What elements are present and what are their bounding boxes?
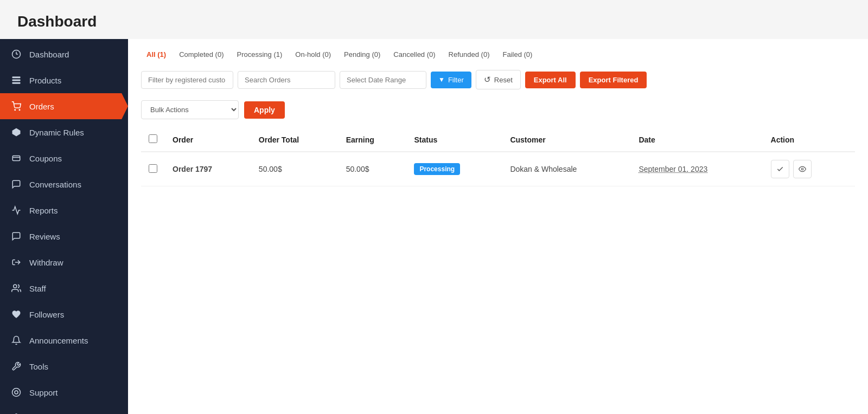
sidebar-item-orders[interactable]: Orders: [0, 93, 128, 119]
select-all-checkbox[interactable]: [149, 134, 157, 143]
sidebar-item-label-reports: Reports: [29, 206, 58, 215]
sidebar-item-dynamic-rules[interactable]: Dynamic Rules: [0, 119, 128, 145]
page-title: Dashboard: [0, 0, 868, 39]
sidebar-item-announcements[interactable]: Announcements: [0, 327, 128, 353]
svg-rect-9: [12, 156, 20, 161]
sidebar-item-settings[interactable]: Settings ▶: [0, 405, 128, 414]
sidebar-item-label-tools: Tools: [29, 362, 48, 371]
table-header-status: Status: [406, 128, 502, 152]
sidebar-item-label-conversations: Conversations: [29, 180, 81, 189]
status-badge: Processing: [414, 163, 460, 175]
sidebar-item-label-coupons: Coupons: [29, 154, 62, 163]
row-earning: 50.00$: [339, 152, 407, 186]
sidebar-item-label-withdraw: Withdraw: [29, 258, 63, 267]
date-range-input[interactable]: [340, 71, 426, 89]
svg-point-12: [12, 389, 21, 397]
coupons-icon: [11, 153, 22, 164]
orders-icon: [11, 101, 22, 112]
svg-point-13: [15, 391, 18, 394]
table-header-checkbox: [141, 128, 165, 152]
main-content: All (1)Completed (0)Processing (1)On-hol…: [128, 39, 868, 414]
sidebar-item-label-dynamic-rules: Dynamic Rules: [29, 128, 84, 137]
sidebar: Dashboard Products Orders Dynamic Rules …: [0, 39, 128, 414]
support-icon: [11, 387, 22, 398]
svg-point-6: [15, 109, 16, 111]
table-header-customer: Customer: [502, 128, 631, 152]
apply-button[interactable]: Apply: [244, 101, 285, 119]
conversations-icon: [11, 179, 22, 190]
sidebar-item-label-reviews: Reviews: [29, 232, 60, 241]
table-header: OrderOrder TotalEarningStatusCustomerDat…: [141, 128, 855, 152]
status-tab-completed[interactable]: Completed (0): [174, 48, 229, 61]
table-header-date: Date: [631, 128, 763, 152]
view-action-button[interactable]: [793, 160, 812, 178]
reset-button[interactable]: ↺ Reset: [476, 70, 521, 89]
filter-icon: ▼: [438, 76, 445, 83]
reviews-icon: [11, 231, 22, 242]
filter-row: ▼ Filter ↺ Reset Export All Export Filte…: [141, 70, 855, 89]
status-tab-processing[interactable]: Processing (1): [232, 48, 288, 61]
status-tab-on-hold[interactable]: On-hold (0): [290, 48, 336, 61]
dashboard-icon: [11, 49, 22, 60]
row-checkbox-cell: [141, 152, 165, 186]
reports-icon: [11, 205, 22, 216]
svg-rect-5: [12, 82, 21, 84]
followers-icon: [11, 309, 22, 320]
dynamic-rules-icon: [11, 127, 22, 138]
staff-icon: [11, 283, 22, 294]
row-date-text: September 01, 2023: [639, 165, 707, 173]
approve-action-button[interactable]: [771, 160, 789, 178]
bulk-actions-row: Bulk Actions Apply: [141, 100, 855, 119]
announcements-icon: [11, 335, 22, 346]
status-tabs: All (1)Completed (0)Processing (1)On-hol…: [141, 48, 855, 61]
filter-button-label: Filter: [448, 76, 464, 84]
sidebar-item-withdraw[interactable]: Withdraw: [0, 249, 128, 275]
row-order-id: Order 1797: [165, 152, 251, 186]
sidebar-item-label-support: Support: [29, 388, 58, 397]
sidebar-item-tools[interactable]: Tools: [0, 353, 128, 379]
check-icon: [776, 165, 784, 173]
products-icon: [11, 75, 22, 86]
sidebar-item-products[interactable]: Products: [0, 67, 128, 93]
status-tab-refunded[interactable]: Refunded (0): [443, 48, 495, 61]
row-status: Processing: [406, 152, 502, 186]
row-date: September 01, 2023: [631, 152, 763, 186]
sidebar-item-reviews[interactable]: Reviews: [0, 223, 128, 249]
svg-marker-8: [12, 128, 21, 137]
sidebar-item-label-followers: Followers: [29, 310, 64, 319]
filter-button[interactable]: ▼ Filter: [431, 72, 471, 88]
orders-table: OrderOrder TotalEarningStatusCustomerDat…: [141, 128, 855, 186]
withdraw-icon: [11, 257, 22, 268]
reset-icon: ↺: [484, 75, 491, 85]
customer-filter-input[interactable]: [141, 71, 233, 89]
table-header-row: OrderOrder TotalEarningStatusCustomerDat…: [141, 128, 855, 152]
status-tab-all[interactable]: All (1): [141, 48, 171, 61]
row-actions: [763, 152, 855, 186]
sidebar-item-coupons[interactable]: Coupons: [0, 145, 128, 171]
svg-point-7: [19, 109, 20, 111]
export-all-button[interactable]: Export All: [525, 72, 576, 88]
sidebar-item-followers[interactable]: Followers: [0, 301, 128, 327]
sidebar-item-reports[interactable]: Reports: [0, 197, 128, 223]
svg-rect-4: [12, 80, 21, 81]
reset-button-label: Reset: [494, 76, 513, 84]
eye-icon: [799, 165, 806, 173]
sidebar-item-staff[interactable]: Staff: [0, 275, 128, 301]
bulk-actions-select[interactable]: Bulk Actions: [141, 100, 239, 119]
sidebar-item-label-orders: Orders: [29, 102, 54, 111]
table-header-order-total: Order Total: [251, 128, 339, 152]
row-checkbox[interactable]: [149, 164, 157, 173]
table-header-action: Action: [763, 128, 855, 152]
svg-rect-3: [12, 76, 21, 78]
svg-point-11: [14, 284, 17, 288]
sidebar-item-label-products: Products: [29, 76, 61, 85]
row-order-total: 50.00$: [251, 152, 339, 186]
search-orders-input[interactable]: [238, 71, 335, 89]
status-tab-failed[interactable]: Failed (0): [497, 48, 538, 61]
sidebar-item-conversations[interactable]: Conversations: [0, 171, 128, 197]
status-tab-pending[interactable]: Pending (0): [339, 48, 386, 61]
sidebar-item-support[interactable]: Support: [0, 379, 128, 405]
export-filtered-button[interactable]: Export Filtered: [580, 72, 647, 88]
status-tab-cancelled[interactable]: Cancelled (0): [388, 48, 441, 61]
sidebar-item-dashboard[interactable]: Dashboard: [0, 41, 128, 67]
